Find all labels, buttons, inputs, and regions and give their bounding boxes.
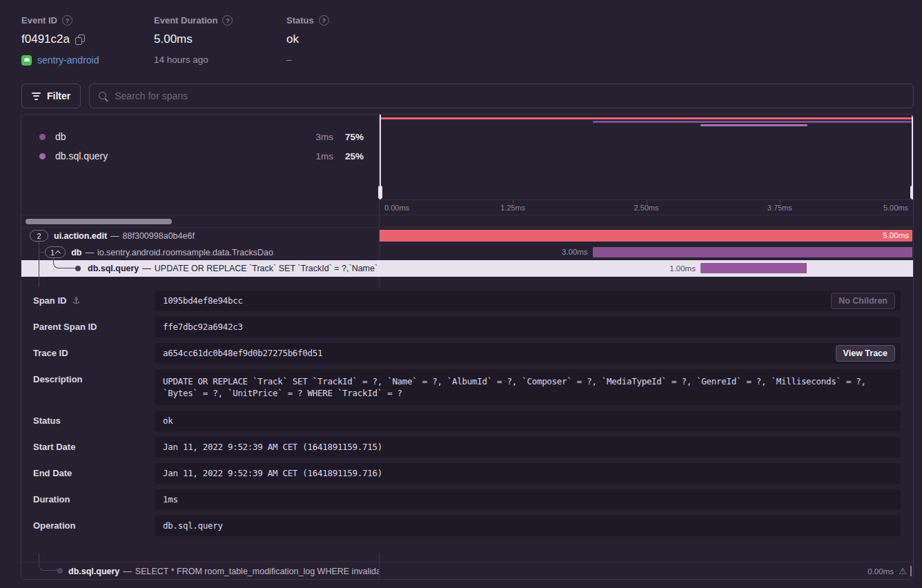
status-column: Status ? ok – xyxy=(286,15,419,66)
children-count-badge[interactable]: 2 xyxy=(30,230,48,242)
waterfall-cell: 0.00ms ⚠ xyxy=(379,562,913,580)
duration-value: 1ms xyxy=(155,489,901,510)
op-duration: 1ms xyxy=(302,151,333,161)
tree-row-title: db.sql.query — SELECT * FROM room_table_… xyxy=(21,562,379,580)
op-name: db xyxy=(55,131,302,142)
event-id-label: Event ID xyxy=(21,15,57,26)
detail-row-span-id: Span ID ⚓ 1095bd4ef8e94bcc No Children xyxy=(21,291,913,317)
operation-value: db.sql.query xyxy=(155,516,901,536)
tree-scrollbar-track[interactable] xyxy=(21,215,913,228)
filter-icon xyxy=(32,92,41,100)
time-axis: 0.00ms 1.25ms 2.50ms 3.75ms 5.00ms xyxy=(380,199,913,215)
zero-duration-bar[interactable] xyxy=(910,566,912,576)
end-date-value: Jan 11, 2022 9:52:39 AM CET (1641891159.… xyxy=(155,463,901,484)
field-label: Operation xyxy=(33,516,155,536)
span-bar[interactable] xyxy=(593,247,912,257)
waterfall-cell: 1.00ms xyxy=(379,260,913,277)
viewport-handle-left[interactable] xyxy=(380,115,381,199)
trace-minimap[interactable]: 0.00ms 1.25ms 2.50ms 3.75ms 5.00ms xyxy=(380,115,913,215)
minimap-chart[interactable] xyxy=(380,115,913,199)
help-icon[interactable]: ? xyxy=(222,15,233,26)
op-duration: 3ms xyxy=(302,132,333,142)
no-children-button[interactable]: No Children xyxy=(831,293,895,309)
legend-item-db: db 3ms 75% xyxy=(39,127,364,146)
chevron-up-icon xyxy=(55,251,61,256)
separator: — xyxy=(142,264,151,273)
warning-icon: ⚠ xyxy=(899,562,907,580)
ops-breakdown: db 3ms 75% db.sql.query 1ms 25% xyxy=(21,115,379,199)
span-description: 88f300998a0b4e6f xyxy=(123,231,195,241)
search-bar[interactable] xyxy=(89,84,914,108)
android-icon xyxy=(21,55,32,66)
viewport-handle-right[interactable] xyxy=(912,115,913,199)
start-date-value: Jan 11, 2022 9:52:39 AM CET (1641891159.… xyxy=(155,437,901,458)
op-percent: 25% xyxy=(333,151,364,161)
tree-row-ui-action-edit[interactable]: 2 ui.action.edit — 88f300998a0b4e6f 5.00… xyxy=(21,228,913,244)
event-duration-value: 5.00ms xyxy=(154,32,193,46)
axis-label: 1.25ms xyxy=(500,204,525,212)
filter-button[interactable]: Filter xyxy=(21,84,81,108)
tree-row-db-sql-query-selected[interactable]: db.sql.query — UPDATE OR REPLACE `Track`… xyxy=(21,260,913,277)
span-duration-label: 3.00ms xyxy=(562,244,588,260)
op-color-dot xyxy=(39,153,46,159)
span-op: db xyxy=(71,248,81,257)
detail-row-duration: Duration 1ms xyxy=(21,489,913,516)
op-percent: 75% xyxy=(333,132,364,142)
minimap-span-ui-action-edit xyxy=(381,117,912,119)
span-description: io.sentry.android.roomsample.data.Tracks… xyxy=(97,248,273,257)
badge-count: 1 xyxy=(50,248,55,257)
detail-row-trace-id: Trace ID a654cc61dc0b48ef9d0b27275b6f0d5… xyxy=(21,343,913,369)
minimap-span-db-sql-query xyxy=(700,124,807,126)
event-duration-column: Event Duration ? 5.00ms 14 hours ago xyxy=(154,15,286,66)
op-color-dot xyxy=(39,134,46,140)
search-icon xyxy=(98,91,108,101)
op-name: db.sql.query xyxy=(55,150,302,161)
span-duration-label: 1.00ms xyxy=(669,260,696,277)
detail-row-parent-span-id: Parent Span ID ffe7dbc92a6942c3 xyxy=(21,317,913,343)
help-icon[interactable]: ? xyxy=(62,15,72,26)
detail-row-status: Status ok xyxy=(21,411,913,437)
field-label: End Date xyxy=(33,463,155,484)
status-label: Status xyxy=(286,15,314,26)
anchor-icon[interactable]: ⚓ xyxy=(72,291,80,311)
view-trace-button[interactable]: View Trace xyxy=(836,345,895,362)
legend-item-db-sql-query: db.sql.query 1ms 25% xyxy=(39,146,364,166)
trace-id-value: a654cc61dc0b48ef9d0b27275b6f0d51 xyxy=(155,343,901,364)
search-input[interactable] xyxy=(115,90,905,101)
axis-label: 2.50ms xyxy=(634,204,658,212)
children-count-badge[interactable]: 1 xyxy=(45,246,66,258)
field-label: Status xyxy=(33,411,155,431)
axis-label: 0.00ms xyxy=(384,204,409,212)
span-description: SELECT * FROM room_table_modification_lo… xyxy=(135,567,379,576)
tree-row-title: db.sql.query — UPDATE OR REPLACE `Track`… xyxy=(21,260,379,277)
waterfall-cell: 5.00ms xyxy=(379,228,913,244)
status-sub: – xyxy=(286,55,419,65)
axis-label: 3.75ms xyxy=(767,204,792,212)
event-age: 14 hours ago xyxy=(154,55,286,65)
scrollbar-thumb[interactable] xyxy=(26,219,172,224)
project-link[interactable]: sentry-android xyxy=(37,55,99,66)
tree-row-db[interactable]: 1 db — io.sentry.android.roomsample.data… xyxy=(21,244,913,260)
parent-span-id-value: ffe7dbc92a6942c3 xyxy=(155,317,901,337)
tree-row-db-sql-query-select[interactable]: db.sql.query — SELECT * FROM room_table_… xyxy=(21,562,913,580)
span-op: ui.action.edit xyxy=(54,231,107,241)
field-label: Start Date xyxy=(33,437,155,458)
axis-label: 5.00ms xyxy=(883,204,908,212)
span-op: db.sql.query xyxy=(68,567,119,576)
status-field-value: ok xyxy=(155,411,901,431)
help-icon[interactable]: ? xyxy=(319,15,329,26)
detail-row-operation: Operation db.sql.query xyxy=(21,516,913,542)
field-label: Trace ID xyxy=(33,343,155,364)
span-bar[interactable] xyxy=(700,263,807,273)
separator: — xyxy=(85,248,94,257)
span-bar[interactable]: 5.00ms xyxy=(380,230,912,242)
span-description: UPDATE OR REPLACE `Track` SET `TrackId` … xyxy=(155,264,379,273)
filter-button-label: Filter xyxy=(47,90,70,101)
status-value: ok xyxy=(286,32,299,46)
field-label: Parent Span ID xyxy=(33,317,155,337)
field-label: Description xyxy=(33,369,155,390)
event-duration-label: Event Duration xyxy=(154,15,217,26)
copy-icon[interactable] xyxy=(75,35,85,45)
detail-row-start-date: Start Date Jan 11, 2022 9:52:39 AM CET (… xyxy=(21,437,913,463)
trace-panel: db 3ms 75% db.sql.query 1ms 25% xyxy=(21,114,914,580)
